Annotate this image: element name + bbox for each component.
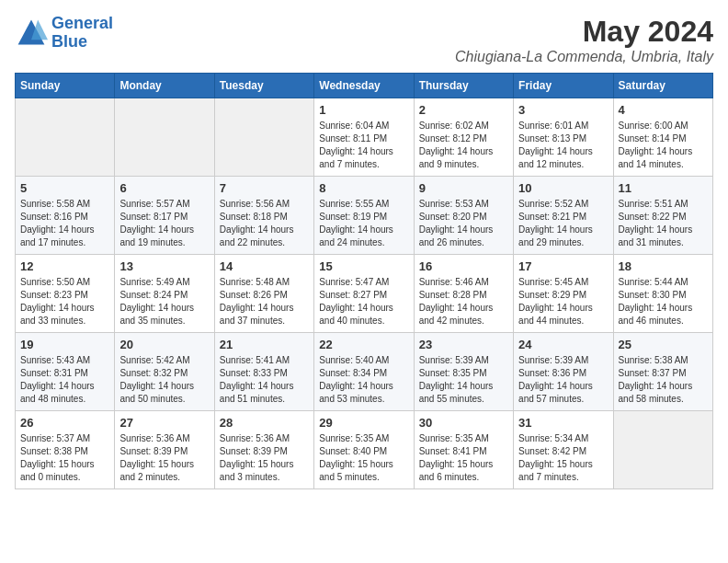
day-info: Sunrise: 5:45 AM Sunset: 8:29 PM Dayligh… — [518, 276, 608, 327]
day-cell: 30 Sunrise: 5:35 AM Sunset: 8:41 PM Dayl… — [414, 411, 513, 489]
day-number: 18 — [619, 259, 708, 273]
day-cell: 29 Sunrise: 5:35 AM Sunset: 8:40 PM Dayl… — [314, 411, 414, 489]
day-cell — [214, 98, 313, 177]
calendar-body: 1 Sunrise: 6:04 AM Sunset: 8:11 PM Dayli… — [16, 98, 713, 489]
day-cell: 14 Sunrise: 5:48 AM Sunset: 8:26 PM Dayl… — [214, 255, 313, 333]
day-number: 21 — [220, 338, 309, 351]
day-info: Sunrise: 5:43 AM Sunset: 8:31 PM Dayligh… — [20, 354, 109, 406]
day-number: 20 — [119, 338, 209, 351]
day-cell: 5 Sunrise: 5:58 AM Sunset: 8:16 PM Dayli… — [16, 177, 115, 255]
day-number: 23 — [419, 338, 508, 351]
day-number: 31 — [518, 416, 608, 430]
week-row-4: 19 Sunrise: 5:43 AM Sunset: 8:31 PM Dayl… — [16, 333, 713, 411]
day-cell: 6 Sunrise: 5:57 AM Sunset: 8:17 PM Dayli… — [115, 177, 214, 255]
day-cell: 18 Sunrise: 5:44 AM Sunset: 8:30 PM Dayl… — [613, 255, 712, 333]
day-info: Sunrise: 5:51 AM Sunset: 8:22 PM Dayligh… — [619, 198, 708, 249]
logo-line2: Blue — [51, 32, 87, 51]
logo-icon — [15, 17, 48, 50]
day-cell: 9 Sunrise: 5:53 AM Sunset: 8:20 PM Dayli… — [414, 177, 513, 255]
day-cell — [16, 98, 115, 177]
day-info: Sunrise: 5:41 AM Sunset: 8:33 PM Dayligh… — [220, 354, 309, 406]
calendar-header: SundayMondayTuesdayWednesdayThursdayFrid… — [16, 74, 713, 98]
day-info: Sunrise: 5:37 AM Sunset: 8:38 PM Dayligh… — [20, 432, 109, 484]
day-cell: 3 Sunrise: 6:01 AM Sunset: 8:13 PM Dayli… — [514, 98, 613, 177]
header-cell-friday: Friday — [514, 74, 613, 98]
day-info: Sunrise: 5:53 AM Sunset: 8:20 PM Dayligh… — [419, 198, 508, 249]
day-cell: 26 Sunrise: 5:37 AM Sunset: 8:38 PM Dayl… — [16, 411, 115, 489]
day-info: Sunrise: 5:39 AM Sunset: 8:35 PM Dayligh… — [419, 354, 508, 406]
day-cell: 27 Sunrise: 5:36 AM Sunset: 8:39 PM Dayl… — [115, 411, 214, 489]
day-info: Sunrise: 5:40 AM Sunset: 8:34 PM Dayligh… — [319, 354, 408, 406]
day-cell: 28 Sunrise: 5:36 AM Sunset: 8:39 PM Dayl… — [214, 411, 313, 489]
day-number: 6 — [119, 181, 209, 195]
header-cell-saturday: Saturday — [613, 74, 712, 98]
day-info: Sunrise: 5:55 AM Sunset: 8:19 PM Dayligh… — [319, 198, 408, 249]
day-info: Sunrise: 5:58 AM Sunset: 8:16 PM Dayligh… — [20, 198, 109, 249]
day-info: Sunrise: 6:00 AM Sunset: 8:14 PM Dayligh… — [619, 120, 708, 171]
day-info: Sunrise: 5:57 AM Sunset: 8:17 PM Dayligh… — [119, 198, 209, 249]
header-cell-wednesday: Wednesday — [314, 74, 414, 98]
day-cell: 19 Sunrise: 5:43 AM Sunset: 8:31 PM Dayl… — [16, 333, 115, 411]
logo-text: General Blue — [51, 15, 113, 52]
day-info: Sunrise: 5:42 AM Sunset: 8:32 PM Dayligh… — [119, 354, 209, 406]
day-number: 17 — [518, 259, 608, 273]
day-cell: 13 Sunrise: 5:49 AM Sunset: 8:24 PM Dayl… — [115, 255, 214, 333]
day-number: 22 — [319, 338, 408, 351]
day-info: Sunrise: 6:04 AM Sunset: 8:11 PM Dayligh… — [319, 120, 408, 171]
day-info: Sunrise: 5:56 AM Sunset: 8:18 PM Dayligh… — [220, 198, 309, 249]
day-number: 24 — [518, 338, 608, 351]
day-cell: 11 Sunrise: 5:51 AM Sunset: 8:22 PM Dayl… — [613, 177, 712, 255]
day-info: Sunrise: 5:34 AM Sunset: 8:42 PM Dayligh… — [518, 432, 608, 484]
day-cell: 8 Sunrise: 5:55 AM Sunset: 8:19 PM Dayli… — [314, 177, 414, 255]
day-cell: 15 Sunrise: 5:47 AM Sunset: 8:27 PM Dayl… — [314, 255, 414, 333]
day-number: 30 — [419, 416, 508, 430]
page-header: General Blue May 2024 Chiugiana-La Comme… — [15, 15, 713, 65]
day-info: Sunrise: 5:49 AM Sunset: 8:24 PM Dayligh… — [119, 276, 209, 327]
day-info: Sunrise: 5:38 AM Sunset: 8:37 PM Dayligh… — [619, 354, 708, 406]
day-cell: 25 Sunrise: 5:38 AM Sunset: 8:37 PM Dayl… — [613, 333, 712, 411]
header-row: SundayMondayTuesdayWednesdayThursdayFrid… — [16, 74, 713, 98]
day-number: 9 — [419, 181, 508, 195]
day-number: 27 — [119, 416, 209, 430]
day-info: Sunrise: 5:36 AM Sunset: 8:39 PM Dayligh… — [220, 432, 309, 484]
header-cell-tuesday: Tuesday — [214, 74, 313, 98]
day-number: 29 — [319, 416, 408, 430]
day-cell — [613, 411, 712, 489]
week-row-1: 1 Sunrise: 6:04 AM Sunset: 8:11 PM Dayli… — [16, 98, 713, 177]
day-info: Sunrise: 6:02 AM Sunset: 8:12 PM Dayligh… — [419, 120, 508, 171]
location-subtitle: Chiugiana-La Commenda, Umbria, Italy — [455, 49, 713, 65]
header-cell-thursday: Thursday — [414, 74, 513, 98]
day-info: Sunrise: 5:35 AM Sunset: 8:40 PM Dayligh… — [319, 432, 408, 484]
day-number: 11 — [619, 181, 708, 195]
day-info: Sunrise: 5:35 AM Sunset: 8:41 PM Dayligh… — [419, 432, 508, 484]
day-info: Sunrise: 5:44 AM Sunset: 8:30 PM Dayligh… — [619, 276, 708, 327]
calendar-table: SundayMondayTuesdayWednesdayThursdayFrid… — [15, 73, 713, 489]
day-number: 3 — [518, 103, 608, 117]
title-block: May 2024 Chiugiana-La Commenda, Umbria, … — [455, 15, 713, 65]
day-cell: 21 Sunrise: 5:41 AM Sunset: 8:33 PM Dayl… — [214, 333, 313, 411]
month-title: May 2024 — [455, 15, 713, 49]
day-cell: 12 Sunrise: 5:50 AM Sunset: 8:23 PM Dayl… — [16, 255, 115, 333]
day-number: 4 — [619, 103, 708, 117]
day-number: 8 — [319, 181, 408, 195]
day-cell: 31 Sunrise: 5:34 AM Sunset: 8:42 PM Dayl… — [514, 411, 613, 489]
day-info: Sunrise: 6:01 AM Sunset: 8:13 PM Dayligh… — [518, 120, 608, 171]
day-number: 16 — [419, 259, 508, 273]
day-cell: 23 Sunrise: 5:39 AM Sunset: 8:35 PM Dayl… — [414, 333, 513, 411]
day-cell: 2 Sunrise: 6:02 AM Sunset: 8:12 PM Dayli… — [414, 98, 513, 177]
week-row-5: 26 Sunrise: 5:37 AM Sunset: 8:38 PM Dayl… — [16, 411, 713, 489]
day-number: 15 — [319, 259, 408, 273]
day-number: 14 — [220, 259, 309, 273]
day-number: 7 — [220, 181, 309, 195]
day-number: 5 — [20, 181, 109, 195]
day-info: Sunrise: 5:39 AM Sunset: 8:36 PM Dayligh… — [518, 354, 608, 406]
day-number: 13 — [119, 259, 209, 273]
logo: General Blue — [15, 15, 113, 52]
logo-line1: General — [51, 14, 113, 32]
day-info: Sunrise: 5:47 AM Sunset: 8:27 PM Dayligh… — [319, 276, 408, 327]
day-number: 12 — [20, 259, 109, 273]
day-cell: 4 Sunrise: 6:00 AM Sunset: 8:14 PM Dayli… — [613, 98, 712, 177]
day-cell: 22 Sunrise: 5:40 AM Sunset: 8:34 PM Dayl… — [314, 333, 414, 411]
week-row-2: 5 Sunrise: 5:58 AM Sunset: 8:16 PM Dayli… — [16, 177, 713, 255]
header-cell-sunday: Sunday — [16, 74, 115, 98]
